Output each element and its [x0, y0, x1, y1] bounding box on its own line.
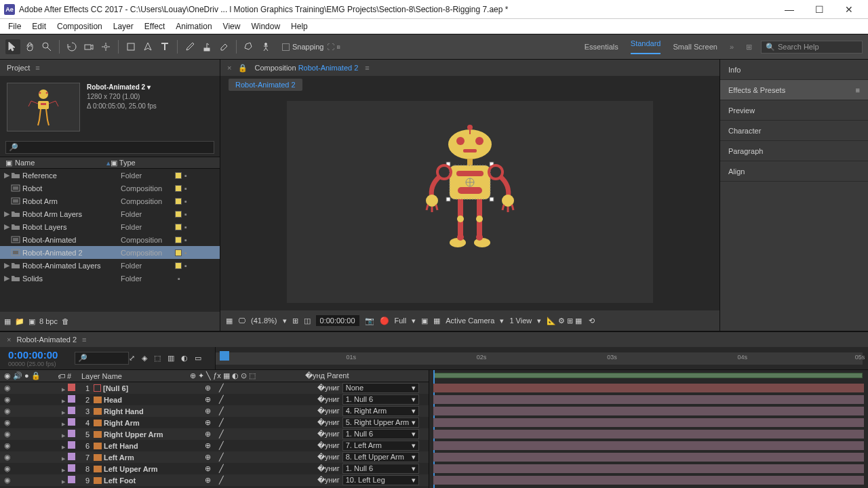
mask-icon[interactable]: ◫ [304, 317, 311, 325]
lock-icon[interactable]: 🔒 [238, 64, 248, 73]
panel-menu-icon[interactable]: ≡ [35, 64, 39, 72]
menu-layer[interactable]: Layer [108, 20, 139, 33]
brush-tool[interactable] [182, 39, 197, 54]
project-item[interactable]: Robot-Animated 2Composition ▪ [0, 246, 220, 259]
zoom-dropdown[interactable]: (41.8%) [251, 317, 277, 325]
time-display[interactable]: 0:00:00:00 [316, 315, 359, 326]
layer-bar[interactable] [433, 476, 864, 485]
project-item[interactable]: ▶Robot LayersFolder ▪ [0, 220, 220, 233]
maximize-button[interactable]: ☐ [804, 0, 834, 19]
workspace-reset-icon[interactable]: ⊞ [746, 43, 752, 52]
project-tab[interactable]: Project [7, 64, 30, 72]
workspace-smallscreen[interactable]: Small Screen [673, 43, 717, 51]
layer-bar[interactable] [433, 441, 864, 450]
layer-row[interactable]: ◉7Left Arm⊕╱�униг8. Left Upper Arm▾ [0, 451, 429, 463]
time-ruler[interactable]: 01s 02s 03s 04s 05s [215, 347, 868, 369]
flowchart-crumb[interactable]: Robot-Animated 2 [229, 79, 302, 91]
minimize-button[interactable]: — [774, 0, 804, 19]
hand-tool[interactable] [22, 39, 37, 54]
channel-icon[interactable]: 🔴 [380, 317, 389, 325]
eraser-tool[interactable] [216, 39, 231, 54]
menu-view[interactable]: View [218, 20, 246, 33]
camera-dropdown[interactable]: Active Camera [446, 317, 494, 325]
comp-mini-flow-icon[interactable]: ⤢ [129, 354, 135, 363]
resolution-dropdown[interactable]: Full [395, 317, 407, 325]
project-item[interactable]: ▶SolidsFolder ▪ [0, 272, 220, 285]
orbit-tool[interactable] [64, 39, 79, 54]
search-help[interactable]: 🔍 Search Help [761, 41, 863, 54]
panel-preview[interactable]: Preview [720, 100, 868, 121]
layer-bar[interactable] [433, 407, 864, 415]
timeline-tracks[interactable] [429, 370, 868, 488]
eye-col-icon[interactable]: ◉ [4, 371, 11, 380]
project-item[interactable]: ▶ReferenceFolder ▪ [0, 169, 220, 182]
roto-tool[interactable] [241, 39, 256, 54]
timeline-search[interactable]: 🔎 [75, 352, 129, 365]
frame-blend-icon[interactable]: ▥ [167, 354, 174, 363]
layer-bar[interactable] [433, 395, 864, 404]
graph-editor-icon[interactable]: ▭ [195, 354, 201, 363]
comp-icon[interactable]: ▣ [28, 317, 35, 326]
clone-tool[interactable] [199, 39, 214, 54]
close-button[interactable]: ✕ [834, 0, 864, 19]
workspace-essentials[interactable]: Essentials [585, 43, 618, 51]
selection-tool[interactable] [5, 39, 20, 54]
snapping-toggle[interactable]: Snapping ⛶ ⊞ [282, 43, 340, 51]
menu-animation[interactable]: Animation [170, 20, 217, 33]
playhead[interactable] [220, 351, 229, 361]
trash-icon[interactable]: 🗑 [62, 317, 69, 325]
panel-info[interactable]: Info [720, 60, 868, 80]
layer-bar[interactable] [433, 430, 864, 439]
layer-row[interactable]: ◉4Right Arm⊕╱�униг5. Right Upper Arm▾ [0, 417, 429, 428]
view-opts[interactable]: 📐 ⚙ ⊞ ▦ ⟲ [547, 317, 594, 325]
layer-row[interactable]: ◉3Right Hand⊕╱�униг4. Right Arm▾ [0, 405, 429, 417]
grid-icon[interactable]: ⊞ [292, 317, 298, 325]
layer-row[interactable]: ◉5Right Upper Arm⊕╱�униг1. Null 6▾ [0, 428, 429, 440]
layer-bar[interactable] [433, 464, 864, 473]
layer-row[interactable]: ◉9Left Foot⊕╱�униг10. Left Leg▾ [0, 474, 429, 486]
menu-composition[interactable]: Composition [52, 20, 108, 33]
close-tab-icon[interactable]: × [7, 336, 11, 344]
project-item[interactable]: ▶Robot-Animated LayersFolder ▪ [0, 259, 220, 272]
layer-bar[interactable] [433, 453, 864, 462]
layer-row[interactable]: ◉6Left Hand⊕╱�униг7. Left Arm▾ [0, 440, 429, 451]
snapshot-icon[interactable]: 📷 [365, 317, 374, 325]
timeline-tab[interactable]: Robot-Animated 2 [16, 336, 77, 344]
layer-bar[interactable] [433, 384, 864, 392]
folder-icon[interactable]: 📁 [15, 317, 24, 326]
panel-align[interactable]: Align [720, 161, 868, 182]
layer-row[interactable]: ◉8Left Upper Arm⊕╱�униг1. Null 6▾ [0, 463, 429, 474]
magnification-icon[interactable]: ▦ [226, 317, 233, 325]
menu-file[interactable]: File [3, 20, 26, 33]
puppet-tool[interactable] [258, 39, 273, 54]
view-dropdown[interactable]: 1 View [509, 317, 532, 325]
current-time[interactable]: 0:00:00:00 [8, 349, 64, 361]
zoom-tool[interactable] [39, 39, 54, 54]
panel-effects-&-presets[interactable]: Effects & Presets≡ [720, 80, 868, 100]
pan-behind-tool[interactable] [98, 39, 113, 54]
panel-character[interactable]: Character [720, 121, 868, 141]
pen-tool[interactable] [140, 39, 155, 54]
resolution-icon[interactable]: 🖵 [238, 317, 245, 325]
project-item[interactable]: RobotComposition ▪ [0, 182, 220, 195]
menu-window[interactable]: Window [245, 20, 285, 33]
layer-bar[interactable] [433, 418, 864, 427]
menu-effect[interactable]: Effect [139, 20, 170, 33]
workspace-overflow[interactable]: » [730, 43, 734, 51]
motion-blur-icon[interactable]: ◐ [181, 354, 188, 363]
comp-tab[interactable]: Composition Robot-Animated 2 [254, 64, 358, 72]
layer-row[interactable]: ◉1[Null 6]⊕╱�унигNone▾ [0, 382, 429, 394]
shy-icon[interactable]: ⬚ [154, 354, 161, 363]
panel-paragraph[interactable]: Paragraph [720, 141, 868, 161]
roi-icon[interactable]: ▣ [421, 317, 428, 325]
close-tab-icon[interactable]: × [227, 64, 231, 72]
interpret-icon[interactable]: ▦ [4, 317, 11, 326]
workspace-standard[interactable]: Standard [631, 39, 661, 54]
transparency-icon[interactable]: ▦ [433, 317, 440, 325]
bpc-toggle[interactable]: 8 bpc [39, 317, 58, 325]
project-search[interactable]: 🔎 [5, 141, 214, 154]
type-tool[interactable] [157, 39, 172, 54]
composition-viewer[interactable] [220, 94, 719, 310]
camera-tool[interactable] [81, 39, 96, 54]
project-item[interactable]: ▶Robot Arm LayersFolder ▪ [0, 207, 220, 220]
